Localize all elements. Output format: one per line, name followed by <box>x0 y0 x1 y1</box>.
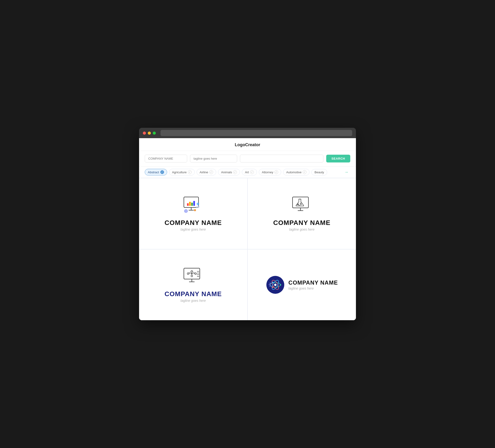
svg-point-41 <box>280 284 281 286</box>
browser-content: LogoCreator SEARCH Abstract ✓ Agricultur… <box>139 138 356 320</box>
check-icon-automotive: ✓ <box>303 170 306 174</box>
logo-icon-4 <box>266 275 285 294</box>
company-name-input[interactable] <box>145 155 187 162</box>
logo-company-name-4: COMPANY NAME <box>289 280 338 286</box>
logo-card-3[interactable]: COMPANY NAME tagline goes here <box>139 250 247 320</box>
check-icon-attorney: ✓ <box>274 170 278 174</box>
next-categories-button[interactable]: → <box>342 169 350 175</box>
svg-line-31 <box>192 272 195 273</box>
category-label: Beauty <box>315 170 324 174</box>
logo-inline-4: COMPANY NAME tagline goes here <box>266 275 338 294</box>
check-icon-abstract: ✓ <box>160 170 164 174</box>
search-button[interactable]: SEARCH <box>326 155 350 162</box>
logo-icon-2 <box>291 196 313 215</box>
svg-point-23 <box>195 273 196 274</box>
url-bar <box>161 130 352 136</box>
category-pill-animals[interactable]: Animals ✓ <box>218 169 240 175</box>
svg-point-22 <box>191 270 192 272</box>
check-icon-animals: ✓ <box>233 170 237 174</box>
category-label: Agriculture <box>172 170 187 174</box>
category-label: Airline <box>200 170 208 174</box>
category-pill-agriculture[interactable]: Agriculture ✓ <box>169 169 195 175</box>
app-title: LogoCreator <box>235 142 260 147</box>
svg-point-42 <box>272 286 274 288</box>
logo-inline-text-4: COMPANY NAME tagline goes here <box>289 280 338 290</box>
category-label: Art <box>245 170 249 174</box>
category-pill-abstract[interactable]: Abstract ✓ <box>145 169 167 175</box>
category-pill-art[interactable]: Art ✓ <box>242 169 257 175</box>
svg-point-37 <box>274 284 276 286</box>
svg-point-21 <box>187 273 189 274</box>
logo-tagline-1: tagline goes here <box>180 227 206 231</box>
check-icon-art: ✓ <box>250 170 254 174</box>
svg-rect-5 <box>191 203 193 206</box>
logo-card-4[interactable]: COMPANY NAME tagline goes here <box>248 250 356 320</box>
browser-titlebar <box>139 128 356 138</box>
logo-tagline-2: tagline goes here <box>289 227 315 231</box>
svg-rect-0 <box>184 197 198 207</box>
svg-point-43 <box>272 282 274 283</box>
svg-point-8 <box>185 210 186 211</box>
maximize-button[interactable] <box>153 132 156 135</box>
extra-input[interactable] <box>240 155 323 162</box>
svg-point-10 <box>197 203 199 205</box>
category-pill-airline[interactable]: Airline ✓ <box>197 169 216 175</box>
category-pill-beauty[interactable]: Beauty <box>311 169 327 175</box>
app-header: LogoCreator <box>139 138 356 151</box>
category-label: Animals <box>221 170 232 174</box>
category-pill-automotive[interactable]: Automotive ✓ <box>283 169 309 175</box>
svg-point-25 <box>191 273 192 274</box>
svg-point-9 <box>194 209 196 211</box>
logo-card-2[interactable]: COMPANY NAME tagline goes here <box>248 178 356 249</box>
logo-company-name-3: COMPANY NAME <box>165 290 222 298</box>
category-label: Abstract <box>148 170 159 174</box>
logo-icon-3 <box>183 267 204 286</box>
logo-tagline-4: tagline goes here <box>289 286 338 290</box>
logo-company-name-2: COMPANY NAME <box>273 219 330 227</box>
svg-rect-4 <box>189 202 191 206</box>
svg-rect-6 <box>193 201 195 206</box>
search-bar: SEARCH <box>139 151 356 167</box>
browser-window: LogoCreator SEARCH Abstract ✓ Agricultur… <box>139 128 356 320</box>
category-label: Attorney <box>262 170 273 174</box>
logo-icon-1 <box>183 196 204 215</box>
svg-rect-12 <box>292 197 309 208</box>
tagline-input[interactable] <box>190 155 237 162</box>
logo-tagline-3: tagline goes here <box>180 299 206 303</box>
close-button[interactable] <box>143 132 146 135</box>
minimize-button[interactable] <box>148 132 151 135</box>
svg-line-30 <box>189 272 191 273</box>
category-bar: Abstract ✓ Agriculture ✓ Airline ✓ Anima… <box>139 167 356 178</box>
logo-company-name-1: COMPANY NAME <box>165 219 222 227</box>
check-icon-agriculture: ✓ <box>188 170 192 174</box>
check-icon-airline: ✓ <box>209 170 213 174</box>
svg-rect-3 <box>187 203 189 206</box>
svg-point-24 <box>191 275 192 277</box>
category-label: Automotive <box>286 170 302 174</box>
category-pill-attorney[interactable]: Attorney ✓ <box>259 169 281 175</box>
logo-card-1[interactable]: COMPANY NAME tagline goes here <box>139 178 247 249</box>
logo-grid: COMPANY NAME tagline goes here <box>139 178 356 320</box>
svg-point-17 <box>300 203 301 204</box>
svg-point-11 <box>196 206 200 208</box>
